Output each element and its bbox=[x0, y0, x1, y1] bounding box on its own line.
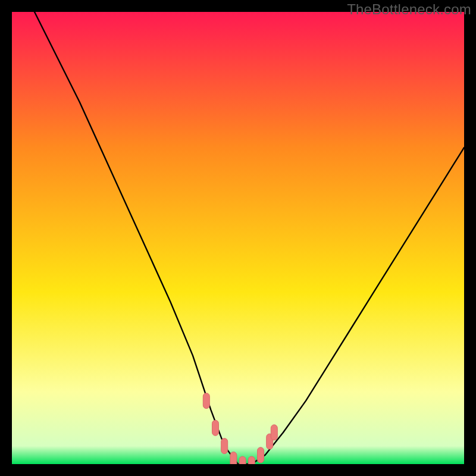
marker bbox=[258, 447, 264, 463]
marker bbox=[212, 420, 219, 436]
gradient-background bbox=[12, 12, 464, 464]
marker bbox=[239, 456, 246, 464]
marker bbox=[221, 439, 228, 454]
marker bbox=[230, 452, 237, 464]
marker bbox=[248, 456, 255, 464]
marker bbox=[271, 425, 277, 440]
bottleneck-chart bbox=[12, 12, 464, 464]
watermark-text: TheBottleneck.com bbox=[347, 1, 471, 18]
chart-frame bbox=[12, 12, 464, 464]
marker bbox=[203, 393, 209, 409]
